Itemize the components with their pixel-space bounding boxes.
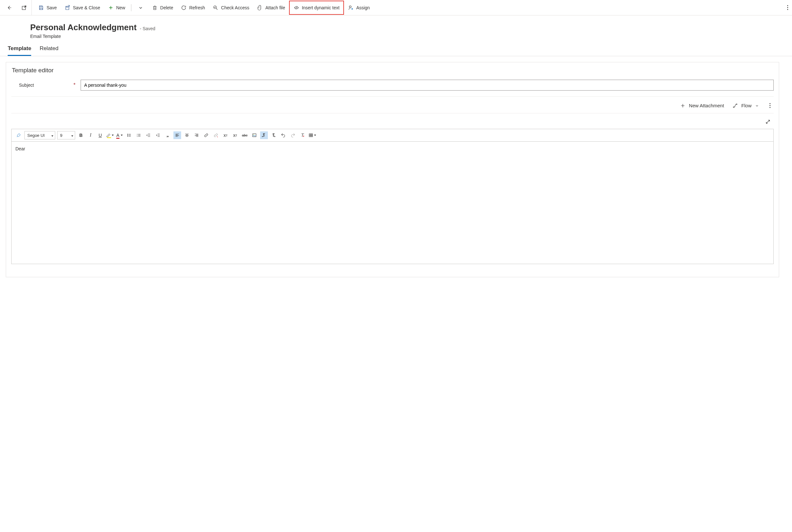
- section-title: Template editor: [12, 67, 774, 74]
- unlink-button[interactable]: [212, 131, 220, 139]
- insert-image-button[interactable]: [251, 131, 258, 139]
- arrow-left-icon: [6, 5, 12, 11]
- svg-rect-11: [253, 134, 256, 136]
- attach-file-label: Attach file: [265, 5, 285, 10]
- subject-input[interactable]: [81, 80, 774, 91]
- attach-file-button[interactable]: Attach file: [253, 1, 289, 15]
- outdent-button[interactable]: [144, 131, 152, 139]
- number-list-icon: 123: [136, 133, 141, 138]
- clear-format-icon: [300, 133, 305, 138]
- save-label: Save: [46, 5, 57, 10]
- blockquote-button[interactable]: „: [164, 131, 172, 139]
- align-center-button[interactable]: [183, 131, 191, 139]
- indent-button[interactable]: [154, 131, 162, 139]
- plus-icon: [108, 5, 114, 11]
- refresh-button[interactable]: Refresh: [177, 1, 209, 15]
- assign-label: Assign: [356, 5, 370, 10]
- save-icon: [38, 5, 44, 11]
- overflow-menu-button[interactable]: [785, 3, 790, 12]
- highlight-color-button[interactable]: [106, 131, 114, 139]
- number-list-button[interactable]: 123: [135, 131, 142, 139]
- save-state: - Saved: [140, 26, 155, 31]
- subject-label: Subject: [19, 82, 34, 88]
- tab-related[interactable]: Related: [39, 45, 58, 56]
- rtl-icon: [271, 133, 276, 138]
- underline-button[interactable]: U: [96, 131, 104, 139]
- new-attachment-button[interactable]: New Attachment: [680, 103, 724, 109]
- new-dropdown-button[interactable]: [133, 1, 148, 15]
- image-icon: [252, 133, 257, 138]
- redo-icon: [290, 133, 295, 138]
- undo-button[interactable]: [279, 131, 287, 139]
- new-button[interactable]: New: [104, 1, 129, 15]
- expand-icon: [765, 119, 771, 125]
- link-icon: [204, 133, 209, 138]
- rte-body[interactable]: Dear: [12, 142, 773, 264]
- superscript-button[interactable]: x2: [221, 131, 229, 139]
- font-color-button[interactable]: A: [116, 131, 123, 139]
- save-close-icon: [64, 5, 70, 11]
- refresh-icon: [181, 5, 187, 11]
- rte-toolbar: Segoe UI 9 B I U A: [12, 129, 773, 142]
- assign-icon: [348, 5, 354, 11]
- plus-icon: [680, 103, 686, 109]
- search-check-icon: [213, 5, 218, 11]
- check-access-button[interactable]: Check Access: [209, 1, 253, 15]
- rtl-button[interactable]: [270, 131, 277, 139]
- delete-button[interactable]: Delete: [148, 1, 177, 15]
- table-icon: [308, 133, 313, 138]
- italic-button[interactable]: I: [87, 131, 94, 139]
- expand-row: [11, 113, 774, 129]
- subscript-button[interactable]: x2: [231, 131, 239, 139]
- strikethrough-button[interactable]: abc: [241, 131, 249, 139]
- popout-button[interactable]: [17, 1, 32, 15]
- svg-point-5: [128, 134, 128, 134]
- subject-row: Subject *: [11, 80, 774, 91]
- save-button[interactable]: Save: [34, 1, 61, 15]
- command-bar: Save Save & Close New Delete Refresh Che…: [0, 0, 792, 15]
- trash-icon: [152, 5, 158, 11]
- entity-name: Email Template: [30, 34, 784, 39]
- format-painter-button[interactable]: [15, 131, 22, 139]
- align-left-button[interactable]: [173, 131, 181, 139]
- save-close-button[interactable]: Save & Close: [61, 1, 104, 15]
- rich-text-editor: Segoe UI 9 B I U A: [11, 129, 774, 264]
- align-right-icon: [194, 133, 199, 138]
- assign-button[interactable]: Assign: [344, 1, 373, 15]
- page-title: Personal Acknowledgment: [30, 22, 136, 33]
- code-icon: [293, 5, 299, 11]
- sub-overflow-button[interactable]: [768, 101, 772, 110]
- insert-dynamic-text-button[interactable]: Insert dynamic text: [289, 1, 344, 15]
- paintbrush-icon: [16, 133, 21, 138]
- svg-point-4: [736, 104, 737, 105]
- content-area: Template editor Subject * New Attachment…: [0, 56, 792, 277]
- font-name-value: Segoe UI: [27, 133, 45, 138]
- expand-button[interactable]: [764, 118, 772, 126]
- back-button[interactable]: [2, 1, 17, 15]
- popout-icon: [21, 5, 27, 11]
- font-size-value: 9: [60, 133, 62, 138]
- tab-template[interactable]: Template: [8, 45, 31, 56]
- flow-button[interactable]: Flow: [732, 103, 759, 109]
- chevron-down-icon: [138, 5, 143, 11]
- font-name-select[interactable]: Segoe UI: [24, 131, 55, 139]
- font-size-select[interactable]: 9: [57, 131, 75, 139]
- link-button[interactable]: [202, 131, 210, 139]
- tab-strip: Template Related: [0, 39, 792, 56]
- ltr-button[interactable]: [260, 131, 268, 139]
- bullet-list-button[interactable]: [125, 131, 133, 139]
- undo-icon: [281, 133, 286, 138]
- svg-point-6: [128, 135, 128, 135]
- clear-format-button[interactable]: [299, 131, 306, 139]
- new-attachment-label: New Attachment: [689, 103, 724, 108]
- separator: [131, 4, 131, 11]
- svg-point-3: [733, 107, 734, 108]
- check-access-label: Check Access: [221, 5, 249, 10]
- bold-button[interactable]: B: [77, 131, 85, 139]
- template-editor-card: Template editor Subject * New Attachment…: [6, 62, 779, 277]
- redo-button[interactable]: [289, 131, 297, 139]
- bullet-list-icon: [127, 133, 132, 138]
- table-button[interactable]: [308, 131, 316, 139]
- paperclip-icon: [257, 5, 263, 11]
- align-right-button[interactable]: [193, 131, 200, 139]
